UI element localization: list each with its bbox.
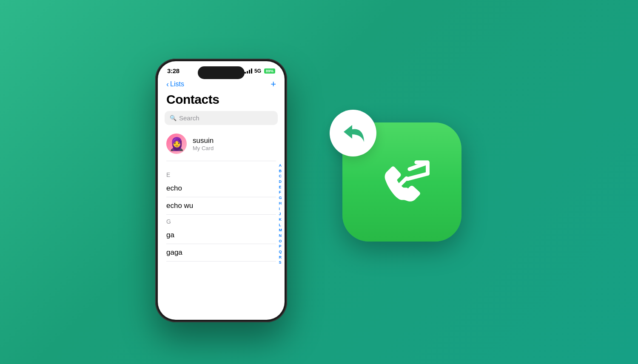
reply-badge (330, 110, 376, 156)
contact-echo-wu[interactable]: echo wu (166, 197, 276, 215)
alpha-e[interactable]: E (279, 185, 282, 190)
alpha-k[interactable]: K (279, 217, 282, 222)
alpha-q[interactable]: Q (279, 250, 282, 255)
alpha-m[interactable]: M (279, 228, 282, 233)
network-type: 5G (254, 68, 261, 74)
search-placeholder: Search (179, 114, 199, 122)
alpha-r[interactable]: R (279, 255, 282, 260)
contact-list: 🧕 susuin My Card E echo echo wu G ga gag… (158, 131, 285, 262)
signal-bars-icon (245, 68, 252, 74)
iphone-mockup: 3:28 5G 89% ‹ Lists (155, 59, 287, 322)
search-icon: 🔍 (170, 115, 177, 121)
reply-arrow-icon (340, 122, 366, 145)
call-transfer-icon (364, 148, 440, 216)
back-arrow-icon: ‹ (166, 80, 169, 89)
alpha-g[interactable]: G (279, 196, 282, 201)
contact-gaga[interactable]: gaga (166, 244, 276, 262)
avatar: 🧕 (166, 134, 187, 154)
add-contact-button[interactable]: + (271, 79, 276, 90)
alpha-s[interactable]: S (279, 260, 282, 265)
my-card-item[interactable]: 🧕 susuin My Card (166, 131, 276, 161)
alpha-a[interactable]: A (279, 163, 282, 168)
status-icons: 5G 89% (245, 68, 275, 74)
signal-bar-2 (247, 71, 248, 74)
section-header-g: G (166, 215, 276, 227)
alpha-p[interactable]: P (279, 244, 282, 249)
search-bar[interactable]: 🔍 Search (165, 111, 278, 125)
signal-bar-1 (245, 72, 246, 74)
alpha-n[interactable]: N (279, 233, 282, 239)
alpha-h[interactable]: H (279, 201, 282, 206)
my-card-name: susuin (193, 136, 214, 145)
alpha-d[interactable]: D (279, 179, 282, 185)
alphabet-index[interactable]: A B C D E F G H I J K L M N O P Q R S (279, 163, 282, 265)
avatar-emoji: 🧕 (169, 136, 185, 151)
alpha-i[interactable]: I (279, 207, 282, 212)
my-card-info: susuin My Card (193, 136, 214, 151)
contact-ga[interactable]: ga (166, 227, 276, 244)
signal-bar-3 (249, 70, 250, 74)
contact-echo[interactable]: echo (166, 180, 276, 197)
signal-bar-4 (251, 68, 252, 74)
status-time: 3:28 (167, 67, 179, 74)
back-button[interactable]: ‹ Lists (166, 80, 184, 89)
app-icon-area (321, 101, 483, 263)
alpha-l[interactable]: L (279, 223, 282, 228)
page-title: Contacts (158, 91, 285, 111)
battery-badge: 89% (264, 68, 275, 74)
section-header-e: E (166, 168, 276, 180)
alpha-b[interactable]: B (279, 169, 282, 174)
alpha-j[interactable]: J (279, 212, 282, 217)
iphone-screen: 3:28 5G 89% ‹ Lists (158, 61, 285, 320)
scene: 3:28 5G 89% ‹ Lists (0, 0, 638, 364)
my-card-subtitle: My Card (193, 145, 214, 151)
alpha-c[interactable]: C (279, 174, 282, 179)
dynamic-island (198, 66, 245, 79)
alpha-f[interactable]: F (279, 190, 282, 195)
back-label: Lists (170, 80, 184, 88)
alpha-o[interactable]: O (279, 239, 282, 244)
